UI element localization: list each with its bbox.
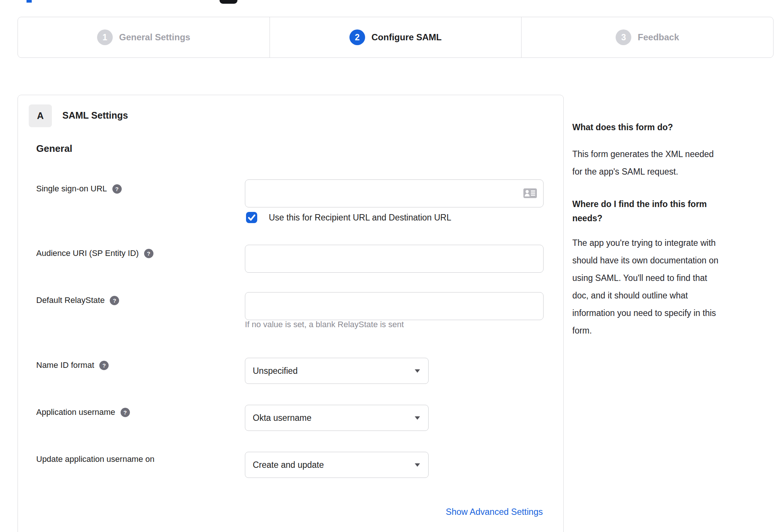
- field-label-text: Single sign-on URL: [36, 184, 107, 194]
- name-id-format-label: Name ID format ?: [36, 360, 109, 371]
- update-application-username-select[interactable]: Create and update: [245, 452, 429, 478]
- field-label-text: Update application username on: [36, 454, 155, 464]
- step-general-settings[interactable]: 1 General Settings: [18, 17, 270, 57]
- group-heading-general: General: [36, 143, 72, 154]
- sidebar-heading-what: What does this form do?: [572, 120, 768, 134]
- saml-settings-panel: A SAML Settings General Single sign-on U…: [18, 95, 564, 532]
- field-label-text: Name ID format: [36, 360, 94, 370]
- contact-card-icon: [523, 188, 537, 199]
- recipient-destination-checkbox-label[interactable]: Use this for Recipient URL and Destinati…: [269, 212, 451, 223]
- field-label-text: Application username: [36, 407, 115, 417]
- wizard-stepper: 1 General Settings 2 Configure SAML 3 Fe…: [18, 17, 774, 58]
- help-icon[interactable]: ?: [144, 249, 153, 258]
- select-value: Okta username: [253, 413, 311, 423]
- help-icon[interactable]: ?: [99, 361, 109, 370]
- single-sign-on-url-label: Single sign-on URL ?: [36, 183, 122, 194]
- single-sign-on-url-input[interactable]: [245, 179, 544, 207]
- step-label: Feedback: [638, 32, 679, 43]
- checkmark-icon: [246, 212, 257, 223]
- cutoff-header-fragment-dark: [220, 0, 237, 4]
- field-label-text: Default RelayState: [36, 295, 105, 305]
- audience-uri-input[interactable]: [245, 245, 544, 273]
- application-username-select[interactable]: Okta username: [245, 405, 429, 431]
- sidebar-paragraph-what: This form generates the XML needed for t…: [572, 145, 768, 181]
- step-label: Configure SAML: [371, 32, 442, 43]
- help-icon[interactable]: ?: [110, 296, 119, 305]
- single-sign-on-url-field-wrap: [245, 179, 544, 207]
- select-value: Unspecified: [253, 366, 298, 376]
- relaystate-hint: If no value is set, a blank RelayState i…: [245, 319, 404, 330]
- configure-saml-page: 1 General Settings 2 Configure SAML 3 Fe…: [0, 0, 781, 532]
- sidebar-paragraph-where: The app you're trying to integrate with …: [572, 234, 768, 339]
- cutoff-header-fragment-blue: [27, 0, 32, 3]
- chevron-down-icon: [415, 463, 420, 467]
- recipient-destination-checkbox[interactable]: [246, 212, 257, 223]
- default-relaystate-input[interactable]: [245, 292, 544, 320]
- sidebar-heading-where: Where do I find the info this form needs…: [572, 197, 768, 225]
- step-feedback[interactable]: 3 Feedback: [521, 17, 773, 57]
- default-relaystate-label: Default RelayState ?: [36, 295, 119, 306]
- help-icon[interactable]: ?: [121, 408, 130, 417]
- step-label: General Settings: [119, 32, 190, 43]
- name-id-format-select[interactable]: Unspecified: [245, 358, 429, 384]
- step-configure-saml[interactable]: 2 Configure SAML: [270, 17, 522, 57]
- chevron-down-icon: [415, 416, 420, 420]
- step-number-badge: 3: [616, 29, 631, 45]
- application-username-label: Application username ?: [36, 407, 130, 418]
- step-number-badge: 1: [97, 29, 113, 45]
- audience-uri-label: Audience URI (SP Entity ID) ?: [36, 248, 153, 259]
- section-letter-badge: A: [29, 104, 52, 127]
- help-icon[interactable]: ?: [112, 184, 122, 194]
- chevron-down-icon: [415, 369, 420, 373]
- section-title: SAML Settings: [62, 110, 128, 121]
- step-number-badge: 2: [349, 29, 365, 45]
- help-sidebar: What does this form do? This form genera…: [572, 120, 768, 339]
- select-value: Create and update: [253, 460, 324, 470]
- show-advanced-settings-link[interactable]: Show Advanced Settings: [446, 507, 543, 517]
- update-application-username-label: Update application username on: [36, 454, 155, 465]
- field-label-text: Audience URI (SP Entity ID): [36, 248, 139, 258]
